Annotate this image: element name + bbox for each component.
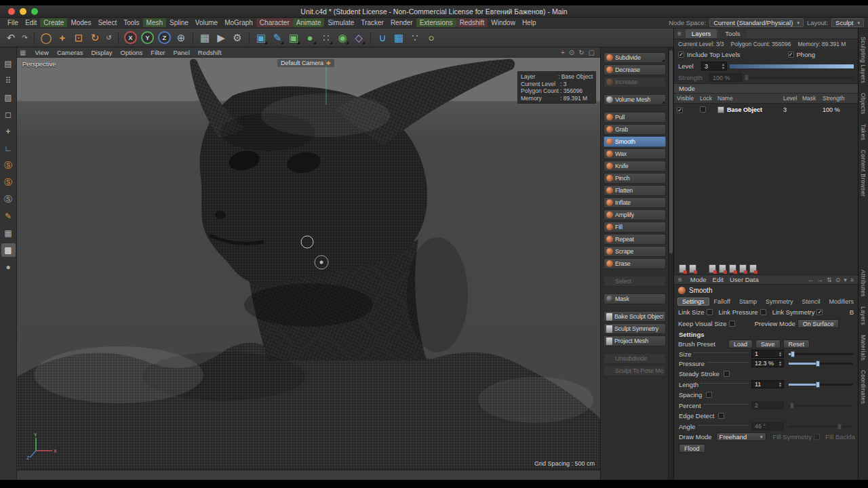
pressure-slider[interactable] [789,360,853,367]
size-input[interactable]: 1▲▼ [751,350,784,358]
undo-history-icon[interactable]: ▤ [1,57,16,70]
separator[interactable] [34,32,35,44]
angle-input[interactable]: 46 ° [751,422,784,430]
draw-mode-dropdown[interactable]: Freehand ▾ [716,432,766,441]
undo-icon[interactable]: ↶ [3,30,18,45]
node-space-dropdown[interactable]: Current (Standard/Physical) ▾ [709,18,804,27]
deformer-icon[interactable]: ◇ [351,30,366,45]
sculpt-tool-button[interactable]: Flatten [604,185,666,196]
sculpt-tool-button[interactable]: Amplify [604,209,666,220]
viewport-menu-item[interactable]: Redshift [195,49,225,56]
menu-item[interactable]: Modes [67,18,94,27]
snap-icon[interactable]: ∪ [375,30,390,45]
tool-tab[interactable]: Symmetry [762,298,797,306]
axis-mode-icon[interactable]: + [1,125,16,138]
size-slider[interactable] [789,350,853,358]
percent-input[interactable]: 2 [751,401,784,409]
primitive-cube-icon[interactable]: ▣ [286,30,301,45]
sculpt-panel-scrollbar[interactable] [668,47,673,480]
sculpt-tool-button[interactable]: Wax [604,148,666,159]
spline-pen-icon[interactable]: ✎ [270,30,285,45]
field-icon[interactable]: ◉ [335,30,350,45]
panel-tab[interactable]: Layers [686,29,717,38]
dock-tab[interactable]: Layers [860,302,867,330]
add-layer-icon[interactable] [679,264,686,273]
hamburger-icon[interactable]: ≡ [677,30,682,37]
attribute-menu-item[interactable]: User Data [730,276,759,283]
y-axis-lock-button[interactable]: Y [141,31,154,44]
menu-item[interactable]: Spline [166,18,192,27]
attribute-menu-item[interactable]: Edit [713,276,724,283]
rotate-view-icon[interactable]: ↻ [578,49,584,56]
save-button[interactable]: Save [755,340,781,348]
menu-item[interactable]: Edit [22,18,40,27]
pan-view-icon[interactable]: + [561,49,565,56]
sculpt-tool-button[interactable]: Sculpt To Pose Morph [604,365,666,376]
viewport-menu-item[interactable]: Filter [147,49,168,56]
link-pressure-checkbox[interactable] [760,309,766,315]
sculpt-tool-button[interactable]: Unsubdivide [604,353,666,364]
live-selection-icon[interactable]: ◯ [39,30,54,45]
modeling-mode-icon[interactable]: ▧ [1,91,16,104]
sphere-preview-icon[interactable]: ● [1,260,16,274]
sculpt-model[interactable] [17,58,600,470]
rotate-tool-icon[interactable]: ↻ [87,30,102,45]
phong-checkbox[interactable] [788,52,794,58]
coordinate-system-icon[interactable]: ⊕ [174,30,189,45]
sculpt-tool-button[interactable]: Mask [604,293,666,304]
preview-mode-dropdown[interactable]: On Surface [797,319,840,328]
include-top-levels-checkbox[interactable] [678,52,684,58]
add-folder-icon[interactable] [689,264,696,273]
sculpt-tool-button[interactable]: Project Mesh [604,336,666,346]
mode-section-header[interactable]: Mode [674,83,858,94]
render-settings-icon[interactable]: ⚙ [230,30,245,45]
move-tool-icon[interactable]: + [55,30,70,45]
separator[interactable] [118,32,119,44]
mograph-cloner-icon[interactable]: ∷ [319,30,334,45]
dock-tab[interactable]: Takes [860,119,867,145]
menu-item[interactable]: File [4,18,22,27]
menu-item[interactable]: Select [94,18,120,27]
grid-snap-icon[interactable]: ▦ [391,30,406,45]
sculpt-tool-button[interactable]: Increase [604,77,666,87]
sculpt-tool-button[interactable]: Smooth [604,136,666,147]
sculpt-tool-button[interactable]: Fill [604,222,666,232]
swap-icon[interactable]: ⇅ [827,277,832,283]
layer-lock-checkbox[interactable] [700,106,706,113]
light-icon[interactable]: ○ [424,30,439,45]
spinner-arrows-icon[interactable]: ▲▼ [778,361,782,367]
tool-tab[interactable]: Stencil [797,298,824,306]
menu-item[interactable]: Create [40,18,67,27]
duplicate-layer-icon[interactable] [719,264,726,273]
z-axis-lock-button[interactable]: Z [158,31,171,44]
sculpt-tool-button[interactable]: Subdivide [604,52,666,63]
zoom-button[interactable] [31,8,38,15]
render-view-icon[interactable]: ▦ [197,30,212,45]
layout-dropdown[interactable]: Sculpt ▾ [831,18,864,27]
sculpt-tool-button[interactable]: Repeat [604,234,666,245]
menu-item[interactable]: Tracker [357,18,387,27]
zoom-view-icon[interactable]: ⊙ [569,49,574,56]
corner-snap-icon[interactable]: ∟ [1,142,16,155]
menu-item[interactable]: Mesh [143,18,166,27]
hamburger-icon[interactable]: ≡ [678,276,682,283]
sculpt-tool-button[interactable]: Sculpt Symmetry [604,323,666,334]
tool-tab[interactable]: Falloff [710,298,734,306]
viewport-menu-item[interactable]: Panel [170,49,193,56]
spinner-arrows-icon[interactable]: ▲▼ [778,382,782,388]
menu-item[interactable]: Window [488,18,519,27]
pressure-input[interactable]: 12.3 %▲▼ [751,359,784,367]
length-slider[interactable] [789,381,853,388]
sculpt-tool-button[interactable]: Pull [604,112,666,123]
level-input[interactable]: 3 ▲▼ [701,62,727,70]
load-button[interactable]: Load [728,340,753,348]
sculpt-tool-button[interactable]: Erase [604,258,666,269]
flood-button[interactable]: Flood [679,444,705,453]
viewport-menu-item[interactable]: Display [87,49,115,56]
keep-visual-size-checkbox[interactable] [729,321,735,327]
menu-item[interactable]: Redshift [456,18,488,27]
mask-layer-icon[interactable] [739,264,747,273]
view-mode-label[interactable]: Perspective [22,60,56,68]
dock-tab[interactable]: Objects [860,88,867,119]
level-slider[interactable] [730,62,854,70]
